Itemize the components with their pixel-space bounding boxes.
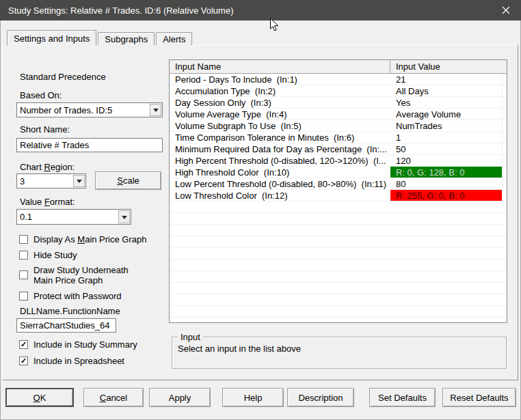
input-value-cell: 21	[390, 74, 503, 85]
reset-defaults-button[interactable]: Reset Defaults	[442, 388, 516, 407]
checkbox-box-icon[interactable]	[19, 235, 28, 244]
value-format-label: Value Format:	[20, 197, 75, 207]
value-format-dropdown[interactable]: 0.1	[16, 209, 131, 225]
input-value-cell: Yes	[390, 97, 503, 108]
table-row-empty[interactable]	[170, 225, 507, 236]
dll-name-input[interactable]: SierraChartStudies_64	[16, 318, 116, 333]
standard-precedence-label: Standard Precedence	[20, 72, 106, 82]
table-row[interactable]: Low Threshold Color (In:12)R: 255, G: 0,…	[170, 190, 507, 201]
table-row-empty[interactable]	[170, 271, 507, 283]
table-row[interactable]: Low Percent Threshold (0-disabled, 80->8…	[170, 178, 507, 190]
inputs-table-header: Input Name Input Value	[170, 60, 507, 74]
input-name-cell: Low Threshold Color (In:12)	[170, 190, 390, 201]
input-groupbox-message: Select an input in the list above	[178, 344, 301, 354]
table-row[interactable]: High Percent Threshold (0-disabled, 120-…	[170, 155, 507, 167]
table-row[interactable]: Volume Subgraph To Use (In:5)NumTrades	[170, 120, 507, 132]
input-value-cell: Average Volume	[390, 109, 503, 120]
input-value-cell: All Days	[390, 85, 503, 96]
input-name-cell: High Percent Threshold (0-disabled, 120-…	[170, 155, 390, 166]
input-value-cell: 50	[390, 143, 503, 154]
description-button[interactable]: Description	[287, 388, 354, 407]
chevron-down-icon[interactable]	[73, 175, 85, 187]
chevron-down-icon[interactable]	[150, 104, 161, 116]
table-row-empty[interactable]	[170, 260, 507, 271]
table-row[interactable]: Volume Average Type (In:4)Average Volume	[170, 109, 507, 120]
table-row-empty[interactable]	[170, 306, 507, 318]
input-name-cell: High Threshold Color (In:10)	[170, 167, 390, 178]
settings-and-inputs-page: Standard Precedence Based On: Number of …	[2, 44, 518, 380]
checkbox-hide-study[interactable]: Hide Study	[19, 250, 77, 260]
title-bar[interactable]: Study Settings: Relative # Trades. ID:6 …	[0, 0, 521, 20]
based-on-label: Based On:	[20, 90, 62, 100]
input-name-cell: Volume Average Type (In:4)	[170, 109, 390, 120]
based-on-dropdown[interactable]: Number of Trades. ID:5	[16, 102, 163, 117]
chart-region-dropdown[interactable]: 3	[16, 173, 86, 188]
input-name-cell: Volume Subgraph To Use (In:5)	[170, 120, 390, 131]
checkbox-box-icon[interactable]	[19, 356, 28, 365]
checkbox-include-in-spreadsheet[interactable]: Include in Spreadsheet	[19, 356, 124, 366]
help-button[interactable]: Help	[222, 388, 284, 407]
study-settings-dialog: Study Settings: Relative # Trades. ID:6 …	[0, 0, 521, 420]
table-row-empty[interactable]	[170, 213, 507, 225]
close-icon[interactable]	[491, 0, 521, 20]
checkbox-include-in-study-summary[interactable]: Include in Study Summary	[19, 339, 137, 350]
table-row[interactable]: Period - Days To Include (In:1)21	[170, 74, 507, 85]
short-name-value: Relative # Trades	[20, 140, 89, 150]
checkbox-display-as-main-price-graph[interactable]: Display As Main Price Graph	[19, 234, 146, 244]
inputs-table-body: Period - Days To Include (In:1)21Accumul…	[170, 74, 507, 318]
set-defaults-button[interactable]: Set Defaults	[369, 388, 436, 407]
table-row[interactable]: Minimum Required Data for Day as Percent…	[170, 143, 507, 155]
table-row[interactable]: Accumulation Type (In:2)All Days	[170, 85, 507, 97]
chart-region-label: Chart Region:	[20, 162, 75, 172]
column-header-input-value[interactable]: Input Value	[390, 60, 507, 73]
table-row[interactable]: Day Session Only (In:3)Yes	[170, 97, 507, 109]
table-row-empty[interactable]	[170, 294, 507, 306]
checkbox-label: Include in Study Summary	[34, 339, 137, 350]
input-groupbox-legend: Input	[178, 332, 203, 342]
checkbox-label: Protect with Password	[34, 291, 122, 301]
tab-bar: Settings and InputsSubgraphsAlerts	[7, 30, 193, 45]
ok-button[interactable]: OK	[5, 388, 74, 407]
input-name-cell: Accumulation Type (In:2)	[170, 85, 390, 96]
input-value-cell: R: 255, G: 0, B: 0	[390, 190, 503, 201]
value-format-selected-value: 0.1	[20, 212, 32, 222]
cancel-button[interactable]: Cancel	[83, 388, 144, 407]
checkbox-label: Draw Study Underneath Main Price Graph	[34, 265, 136, 285]
input-value-cell: R: 0, G: 128, B: 0	[390, 167, 503, 178]
tab-subgraphs[interactable]: Subgraphs	[98, 32, 155, 45]
checkbox-draw-study-underneath[interactable]: Draw Study Underneath Main Price Graph	[19, 265, 136, 285]
input-name-cell: Period - Days To Include (In:1)	[170, 74, 390, 85]
checkbox-box-icon[interactable]	[19, 340, 28, 349]
tab-settings-and-inputs[interactable]: Settings and Inputs	[7, 30, 96, 46]
checkbox-protect-with-password[interactable]: Protect with Password	[19, 291, 122, 301]
tab-alerts[interactable]: Alerts	[156, 32, 192, 45]
input-name-cell: Low Percent Threshold (0-disabled, 80->8…	[170, 178, 390, 189]
table-row-empty[interactable]	[170, 248, 507, 260]
chevron-down-icon[interactable]	[118, 210, 130, 223]
short-name-input[interactable]: Relative # Trades	[16, 138, 163, 152]
input-value-cell: 120	[390, 155, 503, 166]
checkbox-box-icon[interactable]	[19, 292, 28, 300]
table-row[interactable]: High Threshold Color (In:10)R: 0, G: 128…	[170, 167, 507, 178]
checkbox-box-icon[interactable]	[19, 270, 28, 279]
table-row-empty[interactable]	[170, 283, 507, 294]
input-name-cell: Minimum Required Data for Day as Percent…	[170, 143, 390, 154]
checkbox-label: Display As Main Price Graph	[34, 234, 146, 244]
short-name-label: Short Name:	[20, 124, 70, 135]
checkbox-box-icon[interactable]	[19, 251, 28, 260]
input-value-cell: 80	[390, 178, 503, 189]
checkbox-label: Hide Study	[34, 250, 77, 260]
window-title: Study Settings: Relative # Trades. ID:6 …	[8, 5, 234, 16]
dll-name-value: SierraChartStudies_64	[20, 320, 110, 331]
apply-button[interactable]: Apply	[149, 388, 211, 407]
table-row[interactable]: Time Comparison Tolerance in Minutes (In…	[170, 132, 507, 143]
table-row-empty[interactable]	[170, 201, 507, 213]
column-header-input-name[interactable]: Input Name	[170, 60, 390, 73]
chart-region-selected-value: 3	[20, 176, 25, 186]
scale-button[interactable]: Scale	[95, 171, 161, 190]
inputs-table[interactable]: Input Name Input Value Period - Days To …	[169, 59, 507, 323]
input-value-cell: 1	[390, 132, 503, 143]
input-groupbox: Input Select an input in the list above	[172, 337, 507, 369]
input-name-cell: Time Comparison Tolerance in Minutes (In…	[170, 132, 390, 143]
table-row-empty[interactable]	[170, 236, 507, 248]
